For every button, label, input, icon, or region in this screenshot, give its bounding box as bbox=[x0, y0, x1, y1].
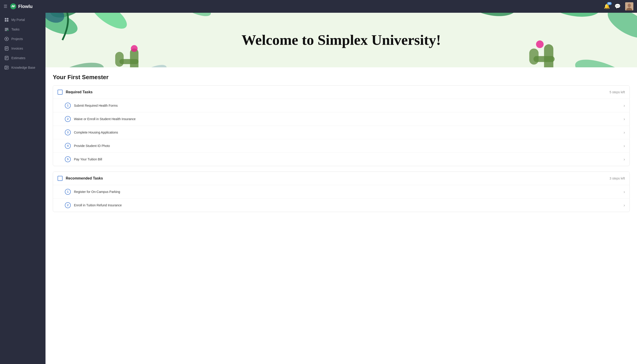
chevron-right-icon-3: › bbox=[624, 130, 625, 135]
recommended-tasks-label: Recommended Tasks bbox=[66, 176, 103, 180]
svg-rect-10 bbox=[5, 30, 7, 31]
svg-point-2 bbox=[628, 4, 631, 7]
topbar-left: ☰ Flowlu bbox=[4, 3, 32, 10]
my-portal-icon bbox=[4, 18, 9, 22]
rec-chevron-right-icon-2: › bbox=[624, 203, 625, 208]
task-item-left-1: 1 Submit Required Health Forms bbox=[65, 102, 118, 108]
knowledge-base-icon bbox=[4, 66, 9, 70]
svg-rect-8 bbox=[5, 28, 8, 29]
task-label-1: Submit Required Health Forms bbox=[74, 104, 118, 108]
svg-point-42 bbox=[131, 45, 138, 52]
svg-rect-41 bbox=[115, 52, 124, 67]
sidebar-label-projects: Projects bbox=[12, 37, 23, 41]
rec-task-label-2: Enroll in Tuition Refund Insurance bbox=[74, 204, 122, 207]
sidebar-item-knowledge-base[interactable]: Knowledge Base bbox=[0, 63, 46, 72]
rec-task-item-left-1: 1 Register for On-Campus Parking bbox=[65, 189, 120, 195]
rec-chevron-right-icon-1: › bbox=[624, 190, 625, 194]
logo-wrapper: Flowlu bbox=[10, 3, 32, 10]
recommended-steps-left: 3 steps left bbox=[610, 176, 625, 180]
required-checkbox-icon[interactable] bbox=[58, 90, 62, 95]
required-task-3[interactable]: 3 Complete Housing Applications › bbox=[53, 126, 630, 139]
task-item-left-3: 3 Complete Housing Applications bbox=[65, 130, 118, 135]
step-number-2: 2 bbox=[65, 116, 71, 122]
svg-point-0 bbox=[10, 4, 16, 9]
step-number-3: 3 bbox=[65, 130, 71, 135]
recommended-task-1[interactable]: 1 Register for On-Campus Parking › bbox=[53, 185, 630, 198]
rec-task-label-1: Register for On-Campus Parking bbox=[74, 190, 120, 194]
notification-badge: 59 bbox=[607, 2, 612, 5]
required-steps-left: 5 steps left bbox=[610, 90, 625, 94]
page-content: Your First Semester Required Tasks 5 ste… bbox=[46, 67, 637, 224]
sidebar-item-tasks[interactable]: Tasks bbox=[0, 24, 46, 34]
section-title: Your First Semester bbox=[53, 74, 630, 81]
main-content: Welcome to Simplex University! Your Firs… bbox=[46, 13, 637, 364]
recommended-tasks-header-left: Recommended Tasks bbox=[58, 176, 103, 181]
hamburger-icon[interactable]: ☰ bbox=[4, 4, 7, 9]
required-tasks-header-left: Required Tasks bbox=[58, 90, 92, 95]
task-label-2: Waive or Enroll in Student Health Insura… bbox=[74, 117, 136, 121]
app-body: My Portal Tasks Projects bbox=[0, 13, 637, 364]
svg-rect-4 bbox=[5, 18, 6, 20]
step-number-5: 5 bbox=[65, 156, 71, 162]
svg-rect-43 bbox=[544, 44, 553, 67]
sidebar-label-knowledge-base: Knowledge Base bbox=[12, 66, 35, 70]
required-tasks-header[interactable]: Required Tasks 5 steps left bbox=[53, 86, 630, 99]
recommended-tasks-group: Recommended Tasks 3 steps left 1 Registe… bbox=[53, 172, 630, 212]
required-task-1[interactable]: 1 Submit Required Health Forms › bbox=[53, 99, 630, 112]
topbar: ☰ Flowlu 🔔 59 💬 bbox=[0, 0, 637, 13]
svg-rect-9 bbox=[5, 29, 8, 30]
sidebar-item-estimates[interactable]: Estimates bbox=[0, 53, 46, 63]
required-task-5[interactable]: 5 Pay Your Tuition Bill › bbox=[53, 152, 630, 166]
rec-step-number-2: 2 bbox=[65, 202, 71, 208]
banner-title: Welcome to Simplex University! bbox=[242, 32, 441, 49]
tasks-icon bbox=[4, 27, 9, 32]
task-label-4: Provide Student ID Photo bbox=[74, 144, 110, 148]
required-tasks-group: Required Tasks 5 steps left 1 Submit Req… bbox=[53, 85, 630, 166]
svg-point-12 bbox=[6, 38, 7, 40]
task-label-3: Complete Housing Applications bbox=[74, 130, 118, 134]
task-item-left-5: 5 Pay Your Tuition Bill bbox=[65, 156, 102, 162]
task-item-left-4: 4 Provide Student ID Photo bbox=[65, 143, 110, 149]
chevron-right-icon-4: › bbox=[624, 144, 625, 148]
sidebar-label-invoices: Invoices bbox=[12, 47, 23, 50]
svg-point-46 bbox=[536, 40, 544, 48]
user-avatar[interactable] bbox=[625, 2, 633, 10]
rec-task-item-left-2: 2 Enroll in Tuition Refund Insurance bbox=[65, 202, 122, 208]
projects-icon bbox=[4, 37, 9, 41]
chevron-right-icon-1: › bbox=[624, 103, 625, 108]
invoices-icon bbox=[4, 46, 9, 50]
recommended-tasks-header[interactable]: Recommended Tasks 3 steps left bbox=[53, 172, 630, 185]
svg-rect-6 bbox=[5, 20, 6, 22]
notification-button[interactable]: 🔔 59 bbox=[604, 4, 610, 9]
step-number-4: 4 bbox=[65, 143, 71, 149]
sidebar-label-tasks: Tasks bbox=[12, 28, 20, 31]
recommended-checkbox-icon[interactable] bbox=[58, 176, 62, 181]
task-item-left-2: 2 Waive or Enroll in Student Health Insu… bbox=[65, 116, 136, 122]
sidebar-item-projects[interactable]: Projects bbox=[0, 34, 46, 44]
svg-rect-5 bbox=[7, 18, 8, 20]
flowlu-logo-icon bbox=[10, 3, 16, 10]
svg-rect-45 bbox=[529, 48, 538, 64]
rec-step-number-1: 1 bbox=[65, 189, 71, 195]
task-label-5: Pay Your Tuition Bill bbox=[74, 158, 102, 161]
chat-icon[interactable]: 💬 bbox=[614, 4, 620, 9]
required-task-2[interactable]: 2 Waive or Enroll in Student Health Insu… bbox=[53, 112, 630, 126]
logo-text: Flowlu bbox=[18, 4, 32, 9]
svg-rect-7 bbox=[7, 20, 8, 22]
required-tasks-label: Required Tasks bbox=[66, 90, 92, 94]
step-number-1: 1 bbox=[65, 102, 71, 108]
required-task-4[interactable]: 4 Provide Student ID Photo › bbox=[53, 139, 630, 152]
estimates-icon bbox=[4, 56, 9, 60]
recommended-task-2[interactable]: 2 Enroll in Tuition Refund Insurance › bbox=[53, 198, 630, 212]
chevron-right-icon-2: › bbox=[624, 117, 625, 122]
welcome-banner: Welcome to Simplex University! bbox=[46, 13, 637, 67]
topbar-right: 🔔 59 💬 bbox=[604, 2, 633, 10]
chevron-right-icon-5: › bbox=[624, 157, 625, 162]
sidebar-item-invoices[interactable]: Invoices bbox=[0, 44, 46, 53]
sidebar-label-my-portal: My Portal bbox=[12, 18, 25, 22]
sidebar-item-my-portal[interactable]: My Portal bbox=[0, 15, 46, 24]
sidebar: My Portal Tasks Projects bbox=[0, 13, 46, 364]
sidebar-label-estimates: Estimates bbox=[12, 56, 25, 60]
